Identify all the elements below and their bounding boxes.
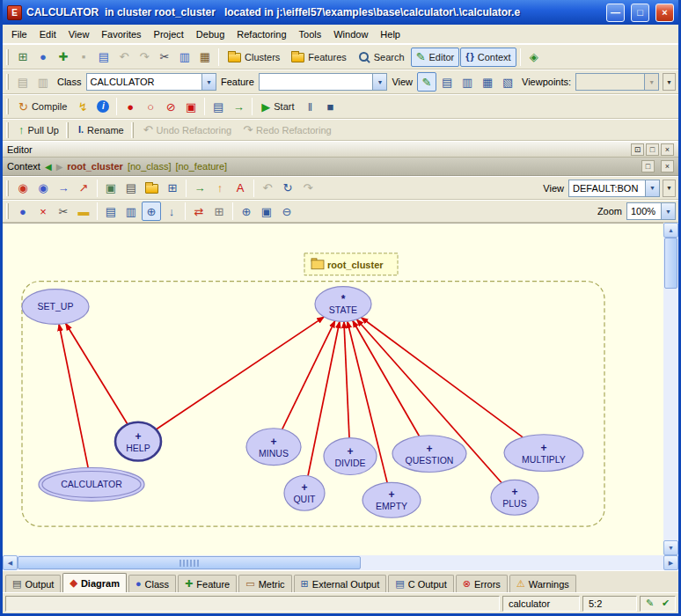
zoom-combobox-arrow-icon[interactable]: ▼ xyxy=(661,203,675,219)
open-file-icon[interactable]: ● xyxy=(33,48,53,67)
export-png-icon[interactable]: ▣ xyxy=(101,179,121,198)
editor-dock-icon[interactable]: ⊡ xyxy=(631,143,644,156)
toolbar-grip[interactable] xyxy=(6,74,9,90)
toolbar-grip[interactable] xyxy=(6,99,9,114)
horizontal-scrollbar[interactable]: ◀ ▶ xyxy=(3,555,678,570)
inheritance-edge-help-to-state[interactable] xyxy=(156,317,324,429)
editor-close-icon[interactable]: × xyxy=(661,143,674,156)
save-all-icon[interactable]: ▤ xyxy=(94,48,114,67)
class-node-plus[interactable]: +PLUS xyxy=(491,480,538,515)
toolbar-grip[interactable] xyxy=(6,180,9,196)
toolbar-grip[interactable] xyxy=(6,203,9,219)
object-tool-icon[interactable]: ▤ xyxy=(209,97,228,116)
inheritance-edge-divide-to-state[interactable] xyxy=(344,321,349,437)
class-node-minus[interactable]: +MINUS xyxy=(246,429,301,466)
editor-toggle-button[interactable]: ✎ Editor xyxy=(411,48,460,67)
class-node-quit[interactable]: +QUIT xyxy=(284,475,325,510)
vertical-scrollbar-track[interactable] xyxy=(663,289,678,540)
class-node-question[interactable]: +QUESTION xyxy=(392,436,466,473)
toggle-inheritance-links-icon[interactable]: ▤ xyxy=(101,202,121,221)
compiled-status-icon[interactable]: ✔ xyxy=(658,597,673,610)
add-class-icon[interactable]: ✚ xyxy=(54,48,73,67)
editable-status-icon[interactable]: ✎ xyxy=(642,597,657,610)
clusters-button[interactable]: Clusters xyxy=(223,48,285,67)
toolbar-grip[interactable] xyxy=(6,122,9,138)
snap-grid-icon[interactable]: ⊞ xyxy=(209,202,229,221)
step-completion-icon[interactable]: → xyxy=(229,97,248,116)
toggle-supplier-links-icon[interactable]: ▥ xyxy=(121,202,141,221)
class-node-set_up[interactable]: SET_UP xyxy=(22,290,89,325)
tab-warnings[interactable]: ⚠Warnings xyxy=(509,575,576,592)
menu-project[interactable]: Project xyxy=(148,26,190,42)
toolbar-grip[interactable] xyxy=(131,122,134,138)
class-node-empty[interactable]: +EMPTY xyxy=(362,482,421,517)
search-button[interactable]: Search xyxy=(353,48,410,67)
menu-debug[interactable]: Debug xyxy=(190,26,231,42)
feature-combobox[interactable]: ▼ xyxy=(259,73,387,91)
inheritance-link-icon[interactable]: ↗ xyxy=(74,179,93,198)
minimize-button[interactable]: — xyxy=(606,4,625,22)
open-diagram-folder-icon[interactable] xyxy=(142,179,162,198)
delete-figure-icon[interactable]: × xyxy=(33,202,53,221)
fit-to-window-icon[interactable]: ▣ xyxy=(257,202,276,221)
new-tab-view-icon[interactable]: ▤ xyxy=(437,72,457,92)
restore-button[interactable]: □ xyxy=(631,4,649,22)
windows-view-icon[interactable]: ⊞ xyxy=(163,179,182,198)
menu-view[interactable]: View xyxy=(62,26,96,42)
enable-breakpoints-icon[interactable]: ● xyxy=(121,97,140,116)
vertical-scrollbar-thumb[interactable] xyxy=(664,238,677,289)
client-supplier-link-icon[interactable]: → xyxy=(54,179,73,198)
toolbar-overflow-icon[interactable]: ▼ xyxy=(663,73,676,91)
debug-tool-icon[interactable]: ▣ xyxy=(181,97,201,116)
features-button[interactable]: Features xyxy=(286,48,351,67)
cut-link-icon[interactable]: ✂ xyxy=(54,202,73,221)
tab-diagram[interactable]: ◆Diagram xyxy=(62,573,127,592)
bon-class-diagram[interactable]: root_clusterSET_UP*STATE+HELPCALCULATOR+… xyxy=(3,224,663,555)
zoom-in-icon[interactable]: ⊕ xyxy=(237,202,256,221)
tab-metric[interactable]: ▭Metric xyxy=(238,575,291,592)
diagram-canvas[interactable]: root_clusterSET_UP*STATE+HELPCALCULATOR+… xyxy=(3,223,663,555)
horizontal-scrollbar-track[interactable] xyxy=(361,555,663,570)
editor-view-icon[interactable]: ✎ xyxy=(417,72,436,92)
context-toggle-button[interactable]: { } Context xyxy=(460,48,516,67)
force-layout-icon[interactable]: → xyxy=(190,179,209,198)
class-node-calculator[interactable]: CALCULATOR xyxy=(39,468,144,502)
copy-icon[interactable]: ▥ xyxy=(175,48,194,67)
class-node-help[interactable]: +HELP xyxy=(115,422,161,461)
compile-button[interactable]: ↻ Compile xyxy=(13,97,72,116)
diagram-view-combobox-arrow-icon[interactable]: ▼ xyxy=(645,180,659,196)
sort-classes-icon[interactable]: ↓ xyxy=(162,202,181,221)
context-forward-icon[interactable]: ▶ xyxy=(56,162,63,172)
menu-favorites[interactable]: Favorites xyxy=(95,26,147,42)
pause-icon[interactable]: ‖ xyxy=(301,97,320,116)
rename-button[interactable]: I. Rename xyxy=(73,121,129,140)
horizontal-scrollbar-thumb[interactable] xyxy=(18,556,361,569)
crop-diagram-icon[interactable]: ↑ xyxy=(210,179,230,198)
stop-icon[interactable]: ■ xyxy=(321,97,340,116)
tab-errors[interactable]: ⊗Errors xyxy=(456,575,508,592)
class-node-divide[interactable]: +DIVIDE xyxy=(324,438,377,475)
context-back-icon[interactable]: ◀ xyxy=(45,162,52,172)
print-diagram-icon[interactable]: ▤ xyxy=(121,179,141,198)
titlebar[interactable]: E CALCULATOR in cluster root_cluster loc… xyxy=(3,0,678,25)
class-figure-tool-icon[interactable]: ◉ xyxy=(13,179,33,198)
class-node-multiply[interactable]: +MULTIPLY xyxy=(504,435,583,472)
new-development-window-icon[interactable]: ⊞ xyxy=(13,48,33,67)
inheritance-edge-help-to-set_up[interactable] xyxy=(66,323,128,424)
scroll-up-icon[interactable]: ▲ xyxy=(663,223,678,238)
close-button[interactable]: × xyxy=(655,4,674,22)
tab-class[interactable]: ●Class xyxy=(128,575,176,592)
cut-icon[interactable]: ✂ xyxy=(155,48,174,67)
context-maximize-icon[interactable]: □ xyxy=(641,160,655,172)
new-class-figure-icon[interactable]: ● xyxy=(13,202,33,221)
inheritance-edge-calculator-to-set_up[interactable] xyxy=(59,324,88,467)
freeze-icon[interactable]: ↯ xyxy=(73,97,92,116)
interface-view-icon[interactable]: ▧ xyxy=(498,72,517,92)
scroll-left-icon[interactable]: ◀ xyxy=(3,555,18,570)
start-button[interactable]: ▶ Start xyxy=(256,97,299,116)
scroll-down-icon[interactable]: ▼ xyxy=(663,540,678,555)
tab-output[interactable]: ▤Output xyxy=(5,575,61,592)
tab-feature[interactable]: ✚Feature xyxy=(178,575,237,592)
diagram-view-combobox[interactable]: DEFAULT:BON ▼ xyxy=(568,180,660,197)
context-cluster-name[interactable]: root_cluster xyxy=(67,161,123,172)
